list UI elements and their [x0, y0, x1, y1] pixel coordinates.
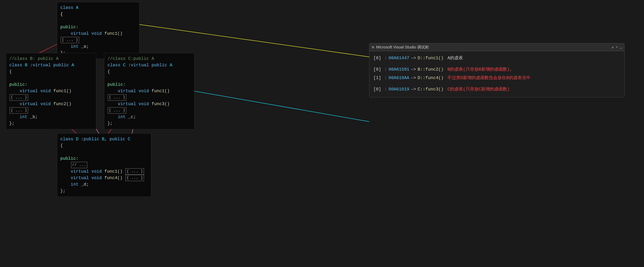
class-d-field: int _d;: [60, 181, 148, 188]
vs-row1-comment: B的虚表(只存放B新增的虚函数),: [448, 66, 512, 74]
class-c-closebrace: };: [108, 120, 191, 127]
vs-debug-panel: ⊞ Microsoft Visual Studio 调试柜 ✕ + ⌄ [0] …: [369, 43, 624, 97]
vs-row-1: [0] : 00A61591 –> B::func2() B的虚表(只存放B新增…: [373, 66, 620, 74]
class-a-line6: int _a;: [60, 43, 136, 50]
vs-close-icon[interactable]: ✕: [612, 45, 614, 49]
vs-row2-arrow: –>: [411, 74, 416, 82]
vs-row1-func: B::func2(): [418, 66, 444, 74]
vs-row1-arrow: –>: [411, 66, 416, 74]
class-b-brace: {: [9, 68, 93, 75]
class-c-comment: //class C:public A: [108, 55, 191, 62]
class-c-box: //class C:public A class C :virtual publ…: [104, 53, 194, 129]
vs-row3-index: [0]: [373, 85, 383, 93]
svg-line-7: [167, 86, 369, 122]
class-c-func1: virtual void func1() { ... }: [108, 88, 191, 101]
class-d-comment: // ...: [60, 162, 148, 168]
vs-row0-func: D::func1(): [418, 54, 444, 62]
class-b-box: //class B: public A class B :virtual pub…: [6, 53, 96, 129]
vs-plus-icon[interactable]: +: [616, 45, 618, 49]
class-b-comment: //class B: public A: [9, 55, 93, 62]
vs-row2-func: D::func4(): [418, 74, 444, 82]
vs-row0-colon: :: [384, 54, 387, 62]
vs-row1-addr: 00A61591: [388, 66, 409, 74]
vs-row3-comment: C的虚表(只存放C新增的虚函数): [448, 85, 510, 93]
vs-spacer1: [373, 63, 620, 66]
class-c-blank: [108, 75, 191, 81]
class-a-line1: class A: [60, 4, 136, 11]
vs-titlebar: ⊞ Microsoft Visual Studio 调试柜 ✕ + ⌄: [370, 43, 624, 51]
vs-row1-colon: :: [384, 66, 387, 74]
class-b-def: class B :virtual public A: [9, 62, 93, 68]
vs-row2-addr: 00A610AA: [388, 74, 409, 82]
class-a-line2: {: [60, 11, 136, 17]
vs-row3-arrow: –>: [411, 85, 416, 93]
vs-row-3: [0] : 00A61019 –> C::func3() C的虚表(只存放C新增…: [373, 85, 620, 93]
class-b-blank: [9, 75, 93, 81]
vs-body: [0] : 00A61447 –> D::func1() A的虚表 [0] : …: [370, 51, 624, 97]
vs-row3-func: C::func3(): [418, 85, 444, 93]
vs-spacer2: [373, 83, 620, 85]
class-d-brace: {: [60, 142, 148, 149]
vs-row2-colon: :: [384, 74, 387, 82]
class-d-def: class D :public B, public C: [60, 136, 148, 142]
class-d-func1: virtual void func1() { ... }: [60, 168, 148, 175]
vs-row3-addr: 00A61019: [388, 85, 409, 93]
class-d-func4: virtual void func4() { ... }: [60, 175, 148, 181]
class-d-box: class D :public B, public C { public: //…: [57, 133, 151, 197]
class-c-func3: virtual void func3() { ... }: [108, 101, 191, 114]
class-b-func2: virtual void func2() { ... }: [9, 101, 93, 114]
class-d-public: public:: [60, 155, 148, 162]
vs-row2-index: [1]: [373, 74, 383, 82]
vs-row-0: [0] : 00A61447 –> D::func1() A的虚表: [373, 54, 620, 62]
class-c-brace: {: [108, 68, 191, 75]
vs-row0-comment: A的虚表: [448, 54, 463, 62]
vs-row0-arrow: –>: [411, 54, 416, 62]
class-c-def: class C :virtual public A: [108, 62, 191, 68]
class-b-field: int _b;: [9, 114, 93, 120]
class-b-func1: virtual void func1() { ... }: [9, 88, 93, 101]
class-c-public: public:: [108, 81, 191, 88]
vs-chevron-icon[interactable]: ⌄: [620, 45, 622, 49]
svg-line-4: [112, 20, 369, 57]
class-d-blank: [60, 149, 148, 155]
vs-row0-index: [0]: [373, 54, 383, 62]
class-a-line3: [60, 17, 136, 24]
class-a-box: class A { public: virtual void func1() {…: [57, 2, 140, 59]
vs-title: Microsoft Visual Studio 调试柜: [376, 44, 610, 50]
vs-row2-comment: 不过类D新增的虚函数也会放在B的虚表当中: [448, 74, 530, 82]
class-a-line4: public:: [60, 24, 136, 30]
class-a-line5: virtual void func1() { ... }: [60, 30, 136, 43]
class-c-field: int _c;: [108, 114, 191, 120]
vs-row3-colon: :: [384, 85, 387, 93]
vs-row-2: [1] : 00A610AA –> D::func4() 不过类D新增的虚函数也…: [373, 74, 620, 82]
vs-row0-addr: 00A61447: [388, 54, 409, 62]
vs-row1-index: [0]: [373, 66, 383, 74]
class-b-public: public:: [9, 81, 93, 88]
class-b-closebrace: };: [9, 120, 93, 127]
class-d-closebrace: };: [60, 188, 148, 194]
